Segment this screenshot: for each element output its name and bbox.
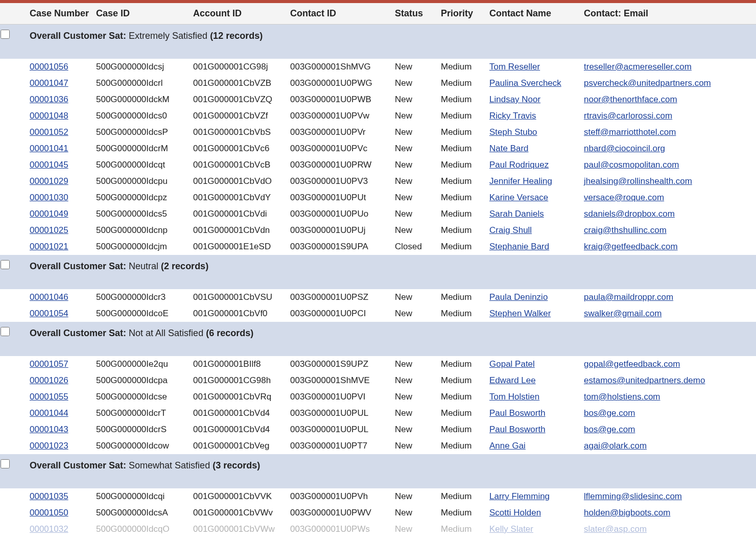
col-checkbox-header[interactable] xyxy=(0,3,26,25)
contact-name-link[interactable]: Gopal Patel xyxy=(489,359,535,369)
case-number-link[interactable]: 00001043 xyxy=(30,425,68,434)
contact-email-link[interactable]: tom@holstiens.com xyxy=(584,392,660,402)
case-number-cell: 00001030 xyxy=(26,190,92,206)
col-account-id-header[interactable]: Account ID xyxy=(189,3,286,25)
contact-name-link[interactable]: Paul Bosworth xyxy=(489,408,546,418)
contact-email-link[interactable]: sdaniels@dropbox.com xyxy=(584,209,675,219)
contact-name-link[interactable]: Stephen Walker xyxy=(489,309,551,318)
contact-name-link[interactable]: Ricky Travis xyxy=(489,111,536,121)
case-number-link[interactable]: 00001025 xyxy=(30,225,68,235)
contact-email-link[interactable]: nbard@ciocoincil.org xyxy=(584,144,665,153)
contact-name-link[interactable]: Scotti Holden xyxy=(489,508,541,517)
case-number-link[interactable]: 00001047 xyxy=(30,78,68,88)
contact-name-link[interactable]: Kelly Slater xyxy=(489,524,533,534)
contact-name-link[interactable]: Sarah Daniels xyxy=(489,209,544,219)
case-number-link[interactable]: 00001023 xyxy=(30,441,68,451)
contact-email-link[interactable]: rtravis@carlorossi.com xyxy=(584,111,672,121)
contact-email-link[interactable]: bos@ge.com xyxy=(584,408,635,418)
account-id-cell: 001G000001CbVWw xyxy=(189,521,286,537)
contact-email-link[interactable]: bos@ge.com xyxy=(584,425,635,434)
case-number-link[interactable]: 00001036 xyxy=(30,95,68,104)
case-number-link[interactable]: 00001032 xyxy=(30,524,68,534)
contact-name-link[interactable]: Paul Rodriquez xyxy=(489,160,549,170)
group-select-checkbox[interactable] xyxy=(1,30,10,39)
contact-email-link[interactable]: treseller@acmereseller.com xyxy=(584,62,692,72)
case-number-link[interactable]: 00001057 xyxy=(30,359,68,369)
col-case-number-header[interactable]: Case Number xyxy=(26,3,92,25)
contact-email-cell: treseller@acmereseller.com xyxy=(580,59,756,75)
case-number-link[interactable]: 00001049 xyxy=(30,209,68,219)
case-number-cell: 00001052 xyxy=(26,124,92,140)
contact-name-link[interactable]: Stephanie Bard xyxy=(489,242,549,251)
case-number-link[interactable]: 00001052 xyxy=(30,127,68,137)
col-contact-id-header[interactable]: Contact ID xyxy=(286,3,391,25)
case-number-link[interactable]: 00001029 xyxy=(30,176,68,186)
contact-email-link[interactable]: kraig@getfeedback.com xyxy=(584,242,678,251)
contact-name-link[interactable]: Lindsay Noor xyxy=(489,95,540,104)
group-select-checkbox[interactable] xyxy=(1,459,10,468)
contact-name-link[interactable]: Craig Shull xyxy=(489,225,532,235)
case-number-link[interactable]: 00001026 xyxy=(30,375,68,385)
account-id-cell: 001G000001CbVdn xyxy=(189,222,286,239)
col-status-header[interactable]: Status xyxy=(391,3,437,25)
contact-email-link[interactable]: gopal@getfeedback.com xyxy=(584,359,680,369)
contact-name-link[interactable]: Steph Stubo xyxy=(489,127,537,137)
case-number-link[interactable]: 00001030 xyxy=(30,193,68,202)
contact-email-link[interactable]: versace@roque.com xyxy=(584,193,664,202)
case-number-link[interactable]: 00001045 xyxy=(30,160,68,170)
contact-email-link[interactable]: craig@thshullinc.com xyxy=(584,225,667,235)
case-number-link[interactable]: 00001046 xyxy=(30,292,68,302)
contact-name-link[interactable]: Karine Versace xyxy=(489,193,548,202)
contact-email-link[interactable]: lflemming@slidesinc.com xyxy=(584,491,682,501)
contact-email-link[interactable]: steff@marriotthotel.com xyxy=(584,127,676,137)
row-checkbox-cell xyxy=(0,190,26,206)
case-id-cell: 500G000000IdcqO xyxy=(92,521,189,537)
contact-name-link[interactable]: Tom Reseller xyxy=(489,62,540,72)
contact-email-link[interactable]: swalker@gmail.com xyxy=(584,309,662,318)
case-number-link[interactable]: 00001041 xyxy=(30,144,68,153)
group-level: Somewhat Satisfied xyxy=(129,460,212,470)
case-number-link[interactable]: 00001056 xyxy=(30,62,68,72)
contact-email-link[interactable]: noor@thenorthface.com xyxy=(584,95,677,104)
col-contact-name-header[interactable]: Contact Name xyxy=(485,3,580,25)
contact-email-link[interactable]: holden@bigboots.com xyxy=(584,508,670,517)
group-header-row: Overall Customer Sat: Extremely Satisfie… xyxy=(0,25,756,59)
contact-name-link[interactable]: Jennifer Healing xyxy=(489,176,552,186)
col-priority-header[interactable]: Priority xyxy=(437,3,485,25)
contact-email-link[interactable]: agai@olark.com xyxy=(584,441,647,451)
case-number-link[interactable]: 00001035 xyxy=(30,491,68,501)
case-number-link[interactable]: 00001048 xyxy=(30,111,68,121)
table-row: 00001057500G000000Ie2qu001G000001BIlf800… xyxy=(0,356,756,372)
contact-email-link[interactable]: slater@asp.com xyxy=(584,524,647,534)
case-number-link[interactable]: 00001044 xyxy=(30,408,68,418)
contact-name-link[interactable]: Nate Bard xyxy=(489,144,529,153)
case-number-cell: 00001023 xyxy=(26,438,92,454)
case-number-link[interactable]: 00001055 xyxy=(30,392,68,402)
contact-name-cell: Sarah Daniels xyxy=(485,206,580,222)
case-id-cell: 500G000000Idcse xyxy=(92,389,189,405)
contact-email-link[interactable]: jhealsing@rollinshealth.com xyxy=(584,176,692,186)
case-number-cell: 00001035 xyxy=(26,488,92,505)
contact-name-cell: Jennifer Healing xyxy=(485,173,580,190)
group-header-row: Overall Customer Sat: Somewhat Satisfied… xyxy=(0,454,756,488)
contact-name-link[interactable]: Edward Lee xyxy=(489,375,536,385)
contact-email-link[interactable]: paul@cosmopolitan.com xyxy=(584,160,679,170)
contact-email-link[interactable]: estamos@unitedpartners.demo xyxy=(584,375,705,385)
group-level: Extremely Satisfied xyxy=(129,31,210,41)
contact-name-link[interactable]: Paula Deninzio xyxy=(489,292,548,302)
contact-name-link[interactable]: Paul Bosworth xyxy=(489,425,546,434)
col-case-id-header[interactable]: Case ID xyxy=(92,3,189,25)
group-select-checkbox[interactable] xyxy=(1,327,10,336)
row-checkbox-cell xyxy=(0,505,26,521)
case-number-link[interactable]: 00001050 xyxy=(30,508,68,517)
contact-name-link[interactable]: Larry Flemming xyxy=(489,491,550,501)
contact-email-link[interactable]: paula@maildroppr.com xyxy=(584,292,673,302)
case-number-link[interactable]: 00001021 xyxy=(30,242,68,251)
contact-email-link[interactable]: psvercheck@unitedpartners.com xyxy=(584,78,711,88)
contact-name-link[interactable]: Anne Gai xyxy=(489,441,526,451)
col-contact-email-header[interactable]: Contact: Email xyxy=(580,3,756,25)
contact-name-link[interactable]: Tom Holstien xyxy=(489,392,539,402)
case-number-link[interactable]: 00001054 xyxy=(30,309,68,318)
group-select-checkbox[interactable] xyxy=(1,260,10,269)
contact-name-link[interactable]: Paulina Svercheck xyxy=(489,78,561,88)
